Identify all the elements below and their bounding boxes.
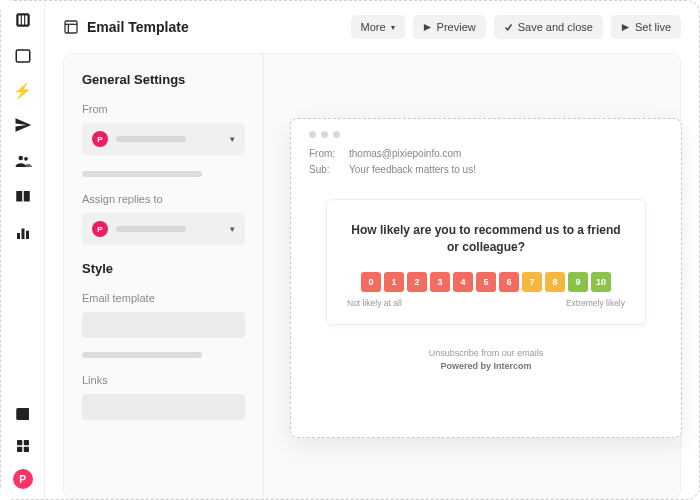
- chevron-down-icon: ▾: [230, 134, 235, 144]
- from-label: From: [82, 103, 245, 115]
- page-title: Email Template: [87, 19, 189, 35]
- general-settings-heading: General Settings: [82, 72, 245, 87]
- svg-rect-7: [17, 233, 20, 239]
- email-subject-row: Sub: Your feedback matters to us!: [309, 164, 663, 175]
- svg-rect-14: [65, 21, 77, 33]
- template-label: Email template: [82, 292, 245, 304]
- avatar-icon: P: [92, 131, 108, 147]
- nps-score-1[interactable]: 1: [384, 272, 404, 292]
- svg-rect-13: [23, 447, 28, 452]
- svg-rect-10: [17, 440, 22, 445]
- placeholder-line: [116, 226, 186, 232]
- svg-point-5: [18, 156, 23, 161]
- help-icon[interactable]: [14, 405, 32, 423]
- email-subject-value: Your feedback matters to us!: [349, 164, 476, 175]
- send-icon[interactable]: [14, 116, 32, 134]
- nps-score-9[interactable]: 9: [568, 272, 588, 292]
- placeholder-line: [82, 352, 202, 358]
- style-heading: Style: [82, 261, 245, 276]
- nps-score-3[interactable]: 3: [430, 272, 450, 292]
- workspace-avatar[interactable]: P: [13, 469, 33, 489]
- people-icon[interactable]: [14, 152, 32, 170]
- chevron-down-icon: ▾: [230, 224, 235, 234]
- svg-rect-2: [21, 16, 23, 25]
- nps-question: How likely are you to recommend us to a …: [345, 222, 627, 256]
- nps-score-7[interactable]: 7: [522, 272, 542, 292]
- assign-label: Assign replies to: [82, 193, 245, 205]
- book-icon[interactable]: [14, 188, 32, 206]
- unsubscribe-link[interactable]: Unsubscribe from our emails: [309, 347, 663, 361]
- svg-rect-11: [23, 440, 28, 445]
- placeholder-line: [116, 136, 186, 142]
- nps-score-10[interactable]: 10: [591, 272, 611, 292]
- powered-by: Powered by Intercom: [309, 360, 663, 374]
- nps-card: How likely are you to recommend us to a …: [326, 199, 646, 325]
- nps-high-label: Extremely likely: [566, 298, 625, 308]
- logo-icon: [14, 11, 32, 29]
- reports-icon[interactable]: [14, 224, 32, 242]
- nps-score-0[interactable]: 0: [361, 272, 381, 292]
- titlebar: Email Template More▾ Preview Save and cl…: [63, 15, 681, 39]
- assign-dropdown[interactable]: P ▾: [82, 213, 245, 245]
- from-dropdown[interactable]: P ▾: [82, 123, 245, 155]
- template-placeholder[interactable]: [82, 312, 245, 338]
- svg-rect-12: [17, 447, 22, 452]
- svg-rect-4: [16, 50, 30, 62]
- setlive-button[interactable]: Set live: [611, 15, 681, 39]
- preview-button[interactable]: Preview: [413, 15, 486, 39]
- nps-score-4[interactable]: 4: [453, 272, 473, 292]
- more-button[interactable]: More▾: [351, 15, 405, 39]
- nps-low-label: Not likely at all: [347, 298, 402, 308]
- links-label: Links: [82, 374, 245, 386]
- svg-rect-1: [18, 16, 20, 25]
- email-preview-window: From: thomas@pixiepoinfo.com Sub: Your f…: [290, 118, 682, 438]
- save-button[interactable]: Save and close: [494, 15, 603, 39]
- inbox-icon[interactable]: [14, 47, 32, 65]
- email-footer: Unsubscribe from our emails Powered by I…: [309, 347, 663, 374]
- nps-score-8[interactable]: 8: [545, 272, 565, 292]
- apps-icon[interactable]: [14, 437, 32, 455]
- sidebar-rail: ⚡ P: [1, 1, 45, 499]
- settings-column: General Settings From P ▾ Assign replies…: [64, 54, 264, 498]
- svg-rect-8: [21, 229, 24, 240]
- links-placeholder[interactable]: [82, 394, 245, 420]
- placeholder-line: [82, 171, 202, 177]
- window-controls: [309, 131, 663, 138]
- bolt-icon[interactable]: ⚡: [13, 83, 32, 98]
- nps-score-2[interactable]: 2: [407, 272, 427, 292]
- nps-score-5[interactable]: 5: [476, 272, 496, 292]
- svg-rect-9: [26, 231, 29, 239]
- nps-score-6[interactable]: 6: [499, 272, 519, 292]
- email-from-row: From: thomas@pixiepoinfo.com: [309, 148, 663, 159]
- template-icon: [63, 19, 79, 35]
- svg-rect-3: [25, 16, 27, 25]
- email-from-value: thomas@pixiepoinfo.com: [349, 148, 461, 159]
- svg-point-6: [24, 157, 28, 161]
- avatar-icon: P: [92, 221, 108, 237]
- nps-scale: 012345678910: [345, 272, 627, 292]
